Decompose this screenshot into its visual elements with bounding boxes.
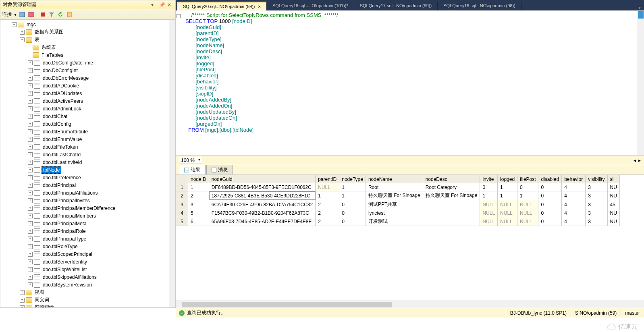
grid-cell[interactable]: F1547BC9-F030-49B2-B1B0-9204F62A873C xyxy=(209,209,315,217)
results-hscrollbar[interactable] xyxy=(176,301,644,308)
expander-icon[interactable]: + xyxy=(28,129,33,134)
table-node[interactable]: +dbo.tblPrincipalAffiliations xyxy=(0,189,169,197)
table-node[interactable]: +dbo.tblPrincipalRole xyxy=(0,227,169,235)
expander-icon[interactable]: + xyxy=(28,99,33,104)
expander-icon[interactable]: + xyxy=(28,282,33,287)
grid-cell[interactable]: NULL xyxy=(498,209,517,217)
grid-cell[interactable]: 45 xyxy=(607,200,619,209)
table-label[interactable]: dbo.tblServerIdentity xyxy=(42,259,88,265)
grid-cell[interactable]: 2 xyxy=(316,209,339,217)
expander-icon[interactable]: + xyxy=(28,122,33,127)
script-icon[interactable] xyxy=(66,11,73,18)
grid-cell[interactable]: 4 xyxy=(562,217,586,226)
grid-header[interactable]: filePost xyxy=(517,175,538,183)
table-label[interactable]: dbo.tblPrincipalMemberDifference xyxy=(42,205,117,212)
table-label[interactable]: dbo.tblPrincipal xyxy=(42,182,77,189)
table-node[interactable]: +dbo.tblActivePeers xyxy=(0,97,169,105)
grid-cell[interactable]: 持久聊天室 For Sinoage xyxy=(366,191,423,200)
grid-corner[interactable] xyxy=(176,175,188,183)
grid-cell[interactable]: 持久聊天室 For Sinoage xyxy=(423,191,480,200)
expander-icon[interactable]: + xyxy=(28,275,33,280)
programmability-folder[interactable]: 可编程性 xyxy=(33,304,55,307)
expander-icon[interactable]: − xyxy=(20,37,25,42)
grid-cell[interactable]: 5 xyxy=(188,209,209,217)
table-node[interactable]: +dbo.tblLastChatId xyxy=(0,151,169,158)
grid-cell[interactable]: 65A96E03-7D46-4E85-AD2F-E44EE7DF4E8E xyxy=(209,217,315,226)
table-row[interactable]: 11DF6489BD-BD56-4045-85F3-9FECD1F0062CNU… xyxy=(176,183,620,191)
expander-icon[interactable]: + xyxy=(20,30,25,35)
table-label[interactable]: dbo.tblSiopWhiteList xyxy=(42,266,88,273)
grid-cell[interactable]: NULL xyxy=(498,200,517,209)
grid-cell[interactable]: 1 xyxy=(188,183,209,191)
expander-icon[interactable]: + xyxy=(20,305,25,308)
grid-cell[interactable]: Root xyxy=(366,183,423,191)
expander-icon[interactable]: + xyxy=(28,267,33,272)
grid-cell[interactable]: 0 xyxy=(339,200,366,209)
grid-cell[interactable]: Root Category xyxy=(423,183,480,191)
grid-cell[interactable]: 18772925-C881-4B3E-B530-4CE9DD228F1C xyxy=(209,191,315,200)
table-node[interactable]: +dbo.tblEnumValue xyxy=(0,135,169,143)
expander-icon[interactable]: + xyxy=(28,183,33,188)
grid-cell[interactable]: 6CA74E30-C26E-49D6-82BA-D2A754C1CC32 xyxy=(209,200,315,209)
expander-icon[interactable]: + xyxy=(28,76,33,81)
expander-icon[interactable]: + xyxy=(28,60,33,65)
grid-header[interactable]: visibility xyxy=(586,175,607,183)
expander-icon[interactable]: + xyxy=(28,214,33,218)
expander-icon[interactable]: + xyxy=(28,198,33,203)
diagrams-folder[interactable]: 数据库关系图 xyxy=(33,28,65,36)
grid-header[interactable]: disabled xyxy=(538,175,562,183)
grid-header[interactable]: nodeGuid xyxy=(209,175,315,183)
grid-cell[interactable]: 4 xyxy=(562,183,586,191)
table-node[interactable]: +dbo.tblConfig xyxy=(0,120,169,128)
grid-cell[interactable]: 1 xyxy=(498,191,517,200)
grid-header[interactable]: nodeDesc xyxy=(423,175,480,183)
table-label[interactable]: dbo.tblSystemRevision xyxy=(42,282,93,288)
table-node[interactable]: +dbo.tblSiopWhiteList xyxy=(0,266,169,273)
grid-cell[interactable]: 测试PPT共享 xyxy=(366,200,423,209)
table-node[interactable]: +dbo.tblServerIdentity xyxy=(0,258,169,266)
expander-icon[interactable]: + xyxy=(28,206,33,211)
table-node[interactable]: +dbo.DbErrorMessage xyxy=(0,74,169,82)
grid-cell[interactable] xyxy=(423,217,480,226)
sql-editor[interactable]: − /****** Script for SelectTopNRows comm… xyxy=(176,10,644,156)
document-tab[interactable]: SQLQuery17.sql...NO\opadmin (99)) xyxy=(354,2,438,10)
grid-cell[interactable]: NU xyxy=(607,209,619,217)
grid-header[interactable]: nodeType xyxy=(339,175,366,183)
table-label[interactable]: dbo.tblLastChatId xyxy=(42,151,82,158)
grid-cell[interactable]: 3 xyxy=(586,191,607,200)
expander-icon[interactable]: + xyxy=(28,221,33,226)
expander-icon[interactable]: + xyxy=(28,244,33,249)
grid-cell[interactable]: 3 xyxy=(586,200,607,209)
table-node[interactable]: +dbo.DbConfigDateTime xyxy=(0,59,169,66)
expander-icon[interactable]: + xyxy=(28,259,33,264)
grid-cell[interactable]: 1 xyxy=(316,191,339,200)
expander-icon[interactable]: + xyxy=(28,168,33,172)
grid-cell[interactable]: 3 xyxy=(586,183,607,191)
expander-icon[interactable]: + xyxy=(28,160,33,165)
grid-cell[interactable] xyxy=(423,209,480,217)
grid-cell[interactable]: 3 xyxy=(188,200,209,209)
grid-cell[interactable]: 2 xyxy=(316,200,339,209)
table-node[interactable]: +dbo.tblADUpdates xyxy=(0,89,169,97)
grid-header[interactable]: behavior xyxy=(562,175,586,183)
tab-close-icon[interactable]: × xyxy=(258,4,261,9)
table-label[interactable]: dbo.tblFileToken xyxy=(42,144,79,150)
expander-icon[interactable]: + xyxy=(28,91,33,96)
table-label[interactable]: dbo.tblEnumValue xyxy=(42,136,83,143)
grid-cell[interactable]: 0 xyxy=(339,217,366,226)
row-header[interactable]: 2 xyxy=(176,191,188,200)
table-node[interactable]: +dbo.tblRoleType xyxy=(0,243,169,250)
grid-cell[interactable]: 4 xyxy=(562,200,586,209)
table-label[interactable]: dbo.tblLastInviteId xyxy=(42,159,83,166)
table-node[interactable]: +dbo.tblScopedPrincipal xyxy=(0,250,169,258)
grid-cell[interactable]: lynctest xyxy=(366,209,423,217)
table-label[interactable]: dbo.tblEnumAttribute xyxy=(42,129,89,135)
grid-cell[interactable]: NULL xyxy=(517,200,538,209)
filter-icon[interactable] xyxy=(48,11,55,18)
object-explorer-tree[interactable]: −mgc +数据库关系图 −表 系统表 FileTables +dbo.DbCo… xyxy=(0,20,169,307)
expander-icon[interactable]: + xyxy=(28,137,33,142)
table-row[interactable]: 45F1547BC9-F030-49B2-B1B0-9204F62A873C20… xyxy=(176,209,620,217)
close-icon[interactable]: ✕ xyxy=(167,2,173,8)
table-node[interactable]: +dbo.tblSkippedAffiliations xyxy=(0,273,169,281)
table-row[interactable]: 5665A96E03-7D46-4E85-AD2F-E44EE7DF4E8E20… xyxy=(176,217,620,226)
